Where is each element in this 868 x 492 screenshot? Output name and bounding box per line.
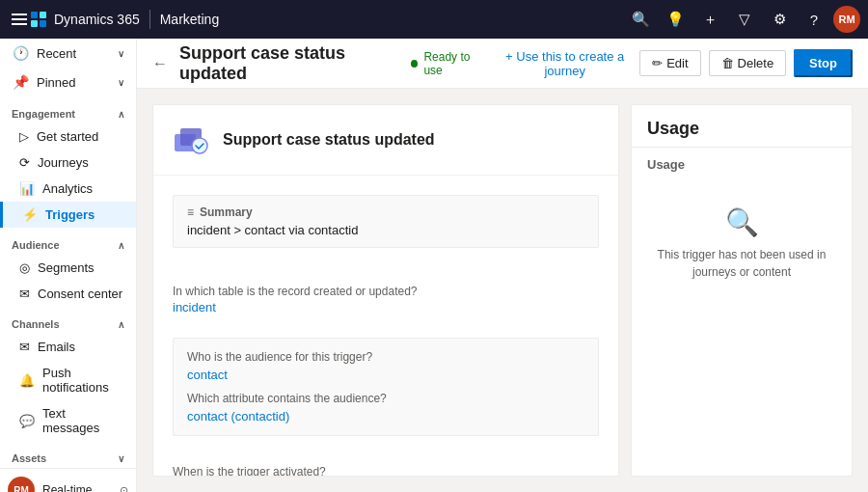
- action-buttons: + Use this to create a journey ✏ Edit 🗑 …: [498, 49, 853, 78]
- consent-icon: ✉: [19, 287, 30, 301]
- plus-icon[interactable]: ＋: [694, 4, 725, 35]
- assets-chevron-icon: ∨: [118, 453, 124, 464]
- recent-icon: 🕐: [12, 45, 29, 61]
- emails-icon: ✉: [19, 340, 30, 354]
- trigger-table-field: In which table is the record created or …: [153, 285, 618, 322]
- summary-box: ≡ Summary incident > contact via contact…: [173, 195, 599, 248]
- delete-icon: 🗑: [721, 56, 734, 70]
- trigger-card: Support case status updated ≡ Summary in…: [152, 104, 619, 477]
- sidebar-item-segments[interactable]: ◎ Segments: [0, 255, 136, 281]
- edit-button[interactable]: ✏ Edit: [639, 50, 700, 76]
- topbar: Dynamics 365 Marketing 🔍 💡 ＋ ▽ ⚙ ? RM: [0, 0, 868, 39]
- segments-icon: ◎: [19, 260, 30, 275]
- hamburger-menu[interactable]: [8, 10, 31, 29]
- stop-button[interactable]: Stop: [794, 49, 853, 77]
- sidebar-section-assets[interactable]: Assets ∨: [0, 445, 136, 468]
- topbar-icon-group: 🔍 💡 ＋ ▽ ⚙ ? RM: [625, 4, 860, 35]
- usage-empty-state: 🔍 This trigger has not been used in jour…: [632, 178, 852, 310]
- audience-box: Who is the audience for this trigger? co…: [173, 338, 599, 436]
- app-logo-icon: [31, 12, 46, 27]
- attribute-question: Which attribute contains the audience?: [187, 392, 584, 405]
- topbar-separator: [149, 10, 150, 29]
- analytics-icon: 📊: [19, 181, 35, 196]
- audience-question: Who is the audience for this trigger?: [187, 350, 584, 364]
- bottom-label: Real-time marketi...: [42, 483, 112, 492]
- module-name: Marketing: [160, 12, 219, 27]
- sidebar-item-analytics[interactable]: 📊 Analytics: [0, 176, 136, 202]
- sidebar-item-recent[interactable]: 🕐 Recent ∨: [0, 39, 136, 68]
- audience-value: contact: [187, 368, 584, 382]
- sidebar-item-journeys[interactable]: ⟳ Journeys: [0, 150, 136, 176]
- settings-icon[interactable]: ⚙: [764, 4, 795, 35]
- search-empty-icon: 🔍: [725, 206, 759, 238]
- page-body: Support case status updated ≡ Summary in…: [137, 89, 868, 492]
- trigger-title: Support case status updated: [223, 131, 435, 149]
- sidebar-section-audience[interactable]: Audience ∧: [0, 232, 136, 255]
- content-area: ← Support case status updated Ready to u…: [137, 39, 868, 492]
- sidebar-item-triggers[interactable]: ⚡ Triggers: [0, 202, 136, 228]
- table-value: incident: [173, 300, 599, 314]
- svg-rect-2: [31, 20, 38, 27]
- sidebar-item-push-notifications[interactable]: 🔔 Push notifications: [0, 360, 136, 400]
- create-journey-button[interactable]: + Use this to create a journey: [498, 49, 632, 78]
- table-question-label: In which table is the record created or …: [173, 285, 599, 298]
- page-title: Support case status updated: [179, 43, 399, 84]
- usage-subtitle: Usage: [632, 148, 852, 178]
- user-avatar[interactable]: RM: [833, 6, 860, 33]
- app-brand: Dynamics 365: [31, 12, 140, 27]
- sidebar-item-pinned[interactable]: 📌 Pinned ∨: [0, 68, 136, 96]
- audience-chevron-icon: ∧: [118, 240, 124, 251]
- sidebar-item-text-messages[interactable]: 💬 Text messages: [0, 400, 136, 441]
- delete-button[interactable]: 🗑 Delete: [709, 50, 787, 76]
- sidebar-item-get-started[interactable]: ▷ Get started: [0, 123, 136, 150]
- edit-icon: ✏: [652, 56, 663, 70]
- recent-chevron-icon: ∨: [118, 48, 124, 59]
- trigger-summary-section: ≡ Summary incident > contact via contact…: [153, 176, 618, 275]
- sidebar-item-emails[interactable]: ✉ Emails: [0, 334, 136, 360]
- help-icon[interactable]: ?: [799, 4, 829, 35]
- search-icon[interactable]: 🔍: [625, 4, 656, 35]
- trigger-audience-section: Who is the audience for this trigger? co…: [153, 322, 618, 451]
- usage-empty-text: This trigger has not been used in journe…: [651, 246, 832, 281]
- bottom-settings-icon: ⊙: [120, 484, 128, 493]
- sidebar: 🕐 Recent ∨ 📌 Pinned ∨ Engagement ∧ ▷ Get…: [0, 39, 137, 492]
- main-layout: 🕐 Recent ∨ 📌 Pinned ∨ Engagement ∧ ▷ Get…: [0, 39, 868, 492]
- sidebar-item-consent-center[interactable]: ✉ Consent center: [0, 281, 136, 307]
- triggers-icon: ⚡: [22, 207, 38, 222]
- lightbulb-icon[interactable]: 💡: [660, 4, 691, 35]
- status-text: Ready to use: [423, 50, 486, 77]
- activation-question: When is the trigger activated?: [173, 465, 599, 477]
- summary-value: incident > contact via contactid: [187, 223, 584, 237]
- sidebar-section-engagement[interactable]: Engagement ∧: [0, 100, 136, 123]
- sidebar-bottom[interactable]: RM Real-time marketi... ⊙: [0, 468, 136, 492]
- svg-rect-0: [31, 12, 38, 18]
- text-messages-icon: 💬: [19, 414, 35, 428]
- summary-icon: ≡: [187, 205, 194, 219]
- engagement-chevron-icon: ∧: [118, 109, 124, 120]
- trigger-icon: [173, 121, 211, 159]
- back-button[interactable]: ←: [152, 55, 168, 72]
- pinned-icon: 📌: [12, 74, 29, 90]
- status-badge: Ready to use: [411, 50, 486, 77]
- svg-rect-3: [40, 20, 46, 27]
- push-icon: 🔔: [19, 373, 35, 388]
- journeys-icon: ⟳: [19, 155, 30, 170]
- trigger-header: Support case status updated: [153, 105, 618, 176]
- svg-rect-1: [40, 12, 46, 18]
- sidebar-section-channels[interactable]: Channels ∧: [0, 311, 136, 334]
- status-dot-icon: [411, 60, 418, 68]
- get-started-icon: ▷: [19, 129, 29, 144]
- bottom-avatar: RM: [8, 477, 35, 492]
- attribute-value: contact (contactid): [187, 409, 584, 424]
- filter-icon[interactable]: ▽: [729, 4, 760, 35]
- app-name: Dynamics 365: [54, 12, 140, 27]
- trigger-activation-section: When is the trigger activated? An existi…: [153, 451, 618, 477]
- subheader: ← Support case status updated Ready to u…: [137, 39, 868, 89]
- channels-chevron-icon: ∧: [118, 319, 124, 330]
- usage-title: Usage: [632, 105, 852, 148]
- trigger-svg-icon: [173, 121, 211, 159]
- pinned-chevron-icon: ∨: [118, 77, 124, 88]
- svg-point-6: [192, 138, 207, 153]
- summary-label: ≡ Summary: [187, 205, 584, 219]
- usage-panel: Usage Usage 🔍 This trigger has not been …: [631, 104, 853, 477]
